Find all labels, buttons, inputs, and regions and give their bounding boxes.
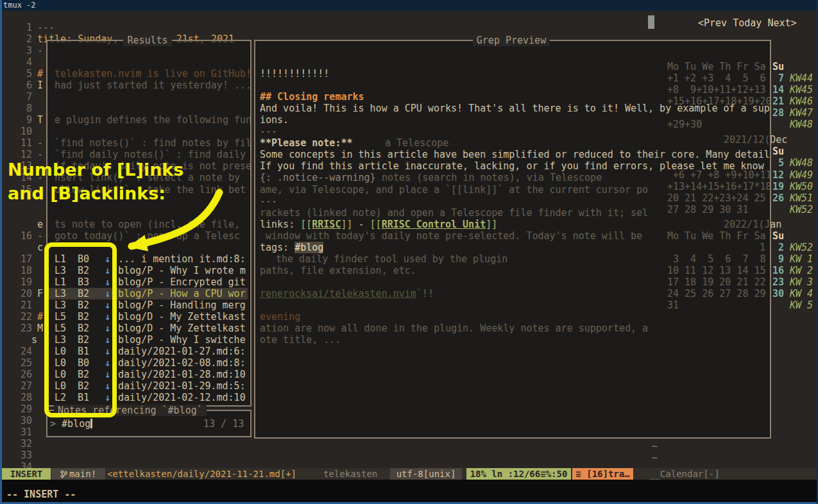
annotation-highlight-box [44,242,117,417]
left-edge [0,0,2,504]
text-segment: RRISC Control Unit [382,219,486,230]
git-branch-segment: main! [51,468,105,480]
result-title: blog/D - My Zettelkast [118,311,246,323]
preview-line: links: [[RRISC]] - [[RRISC Control Unit]… [260,219,497,230]
command-line-area: -- INSERT -- [0,480,818,502]
preview-line: --- [260,196,277,207]
text-segment: --- [260,126,277,137]
mode-message: -- INSERT -- [6,489,76,500]
text-segment: [[ [300,219,312,230]
preview-window-title: Grep Preview [254,35,769,46]
text-segment: ]] [341,219,352,230]
preview-line: And voila! This is how a CPU works! That… [260,103,770,114]
statusline: INSERT main! <ettelkasten/daily/2021-11-… [0,468,818,480]
text-segment: RRISC [312,219,341,230]
preview-line: If you find this article inaccurate, lac… [260,160,764,172]
text-segment: {: .notice--warning} [260,172,376,183]
preview-line: ## Closing remarks [260,91,364,103]
result-title: blog/P - Encrypted git [118,276,246,288]
result-title: blog/P - Handling merg [118,299,246,311]
cursor-position-segment: 18% ln :12/66≡%:50 [466,468,571,480]
results-window-title: Results [46,35,249,46]
result-title: blog/D - My Zettelkast [118,323,246,334]
text-segment: - [353,219,370,230]
text-segment: Some concepts in this article have been … [260,149,770,160]
mode-indicator: INSERT [2,468,51,480]
annotation-arrow [96,187,231,261]
result-title: daily/2021-02-12.md:10 [118,392,246,403]
filename-segment: <ettelkasten/daily/2021-11-21.md[+] [107,468,296,480]
tmux-title: tmux -2 [3,1,36,10]
result-title: daily/2021-01-27.md:6: [118,346,246,357]
git-branch-name: main! [69,469,96,479]
preview-line: ions. [260,114,289,126]
text-cursor [90,419,92,428]
text-segment: ]] [486,219,497,230]
text-segment: And voila! This is how a CPU works! That… [260,103,770,114]
tmux-title-bar: tmux -2 [0,0,818,11]
text-segment: [[ [370,219,382,230]
text-segment: --- [260,196,277,207]
text-segment: **Please note:** [260,137,353,149]
prompt-icon: > [50,418,56,430]
preview-line: **Please note:** [260,137,353,149]
text-segment: !!!!!!!!!!!! [260,68,329,80]
preview-line: tags: #blog [260,242,323,253]
git-branch-icon [60,470,67,478]
text-segment: If you find this article inaccurate, lac… [260,160,764,172]
result-title: blog/P - Why I switche [118,334,246,346]
annotation-text-line1: Number of [L]inks [8,158,183,181]
result-title: blog/P - How a CPU wor [118,288,246,299]
terminal-screen: tmux -2 <Prev Today Next> 12345678910111… [0,0,818,504]
text-segment: ## Closing remarks [260,91,364,103]
preview-line: --- [260,126,277,137]
encoding-segment: utf-8[unix] [390,468,462,480]
text-segment: tags: [260,242,294,253]
prompt-query: #blog [62,418,90,430]
preview-line: !!!!!!!!!!!! [260,68,329,80]
calendar-status-segment: __Calendar[-] [649,468,720,480]
result-title: blog/P - Why I wrote m [118,265,246,276]
text-segment: ions. [260,114,289,126]
plugin-name-segment: telekasten [323,468,377,480]
warning-segment: ≡ [16]tra… [572,468,633,480]
prompt-input[interactable]: > #blog [50,418,92,430]
text-segment: links: [260,219,300,230]
result-title: daily/2021-01-28.md:10 [118,369,246,380]
result-title: daily/2021-01-29.md:5: [118,380,246,392]
preview-line: {: .notice--warning} [260,172,376,183]
text-segment: #blog [294,242,323,253]
results-counter: 13 / 13 [203,418,244,430]
result-title: daily/2021-02-08.md:8: [118,357,246,369]
preview-line: Some concepts in this article have been … [260,149,770,160]
